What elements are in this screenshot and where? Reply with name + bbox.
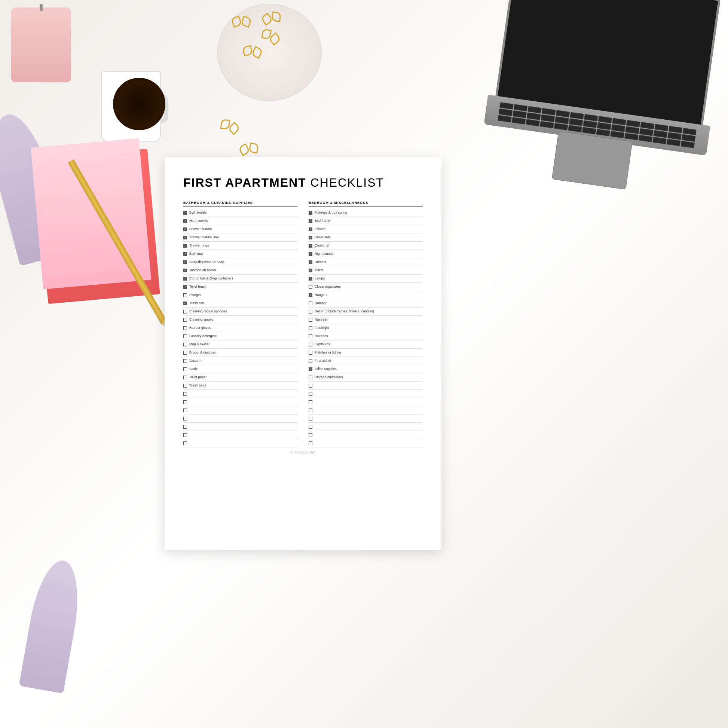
column-bathroom-items: Bath towelsHand towelsShower curtainShow…: [183, 209, 297, 447]
list-item: Sheet sets: [309, 234, 423, 242]
checkbox[interactable]: [309, 376, 312, 379]
checkbox[interactable]: [309, 384, 312, 388]
item-label: Toilet paper: [189, 375, 207, 380]
checkbox[interactable]: [183, 285, 187, 289]
list-item: [309, 439, 423, 447]
checkbox[interactable]: [183, 376, 187, 379]
checkbox[interactable]: [183, 293, 187, 297]
list-item: Toilet paper: [183, 373, 297, 382]
notebooks: [31, 137, 164, 304]
checkbox[interactable]: [183, 244, 187, 248]
checkbox[interactable]: [309, 310, 312, 314]
checkbox[interactable]: [309, 433, 312, 437]
list-item: Broom & dust pan: [183, 349, 297, 357]
checkbox[interactable]: [183, 384, 187, 388]
checkbox[interactable]: [309, 244, 312, 248]
item-label: Mirror: [315, 268, 324, 273]
checkbox[interactable]: [183, 211, 187, 215]
list-item: [183, 390, 297, 398]
list-item: Dresser: [309, 258, 423, 266]
checkbox[interactable]: [309, 285, 312, 289]
list-item: Toilet brush: [183, 283, 297, 291]
checkbox[interactable]: [183, 400, 187, 404]
list-item: Flashlight: [309, 324, 423, 332]
checkbox[interactable]: [309, 219, 312, 223]
checkbox[interactable]: [183, 343, 187, 346]
checkbox[interactable]: [309, 260, 312, 264]
list-item: Pillows: [309, 225, 423, 234]
item-label: Comforter: [315, 243, 330, 248]
checkbox[interactable]: [183, 269, 187, 272]
checkbox[interactable]: [309, 293, 312, 297]
item-label: Cotton ball & Q-tip containers: [189, 277, 234, 281]
list-item: Laundry detergent: [183, 332, 297, 340]
list-item: First aid kit: [309, 357, 423, 365]
list-item: Cleaning sprays: [183, 316, 297, 324]
item-label: Rubber gloves: [189, 326, 211, 330]
list-item: [183, 414, 297, 423]
checkbox[interactable]: [183, 442, 187, 445]
checkbox[interactable]: [309, 236, 312, 239]
checklist-title: First Apartment Checklist: [183, 176, 423, 190]
checkbox[interactable]: [309, 252, 312, 256]
checkbox[interactable]: [183, 351, 187, 355]
checkbox[interactable]: [183, 408, 187, 412]
checkbox[interactable]: [309, 425, 312, 429]
item-label: Hangers: [315, 293, 327, 297]
checkbox[interactable]: [183, 236, 187, 239]
checkbox[interactable]: [183, 326, 187, 330]
checkbox[interactable]: [309, 359, 312, 363]
item-label: Mattress & box spring: [315, 211, 347, 215]
checkbox[interactable]: [183, 318, 187, 322]
item-label: Storage containers: [315, 375, 343, 380]
checkbox[interactable]: [183, 417, 187, 421]
list-item: Hand towels: [183, 217, 297, 225]
checkbox[interactable]: [309, 400, 312, 404]
checkbox[interactable]: [309, 318, 312, 322]
checkbox[interactable]: [309, 343, 312, 346]
checkbox[interactable]: [309, 277, 312, 281]
checkbox[interactable]: [309, 408, 312, 412]
checkbox[interactable]: [183, 335, 187, 338]
checkbox[interactable]: [309, 442, 312, 445]
item-label: Broom & dust pan: [189, 350, 216, 355]
checkbox[interactable]: [183, 219, 187, 223]
checkbox[interactable]: [309, 269, 312, 272]
list-item: Storage containers: [309, 373, 423, 382]
checkbox[interactable]: [309, 351, 312, 355]
item-label: Hand towels: [189, 219, 208, 223]
checkbox[interactable]: [309, 211, 312, 215]
checkbox[interactable]: [183, 367, 187, 371]
checkbox[interactable]: [309, 367, 312, 371]
item-label: Toothbrush holder: [189, 268, 216, 273]
list-item: [183, 423, 297, 431]
list-item: Cotton ball & Q-tip containers: [183, 275, 297, 283]
checkbox[interactable]: [309, 326, 312, 330]
checkbox[interactable]: [309, 392, 312, 396]
checkbox[interactable]: [183, 228, 187, 231]
checkbox[interactable]: [183, 433, 187, 437]
list-item: Mattress & box spring: [309, 209, 423, 217]
checkbox[interactable]: [183, 252, 187, 256]
list-item: Bed frame: [309, 217, 423, 225]
checkbox[interactable]: [183, 392, 187, 396]
item-label: Dresser: [315, 260, 327, 265]
checkbox[interactable]: [183, 425, 187, 429]
checkbox[interactable]: [309, 417, 312, 421]
item-label: Scale: [189, 367, 198, 372]
checkbox[interactable]: [309, 228, 312, 231]
item-label: Soap dispenser & soap: [189, 260, 224, 265]
title-bold: First Apartment: [183, 176, 306, 189]
checkbox[interactable]: [183, 359, 187, 363]
checkbox[interactable]: [183, 277, 187, 281]
checkbox[interactable]: [309, 301, 312, 305]
item-label: Shower curtain liner: [189, 235, 219, 240]
checkbox[interactable]: [183, 310, 187, 314]
coffee-mug: [93, 60, 168, 142]
checkbox[interactable]: [183, 301, 187, 305]
list-item: Soap dispenser & soap: [183, 258, 297, 266]
checkbox[interactable]: [309, 335, 312, 338]
list-item: Decor (picture frames, flowers, candles): [309, 307, 423, 316]
checkbox[interactable]: [183, 260, 187, 264]
item-label: Trash bags: [189, 384, 206, 388]
